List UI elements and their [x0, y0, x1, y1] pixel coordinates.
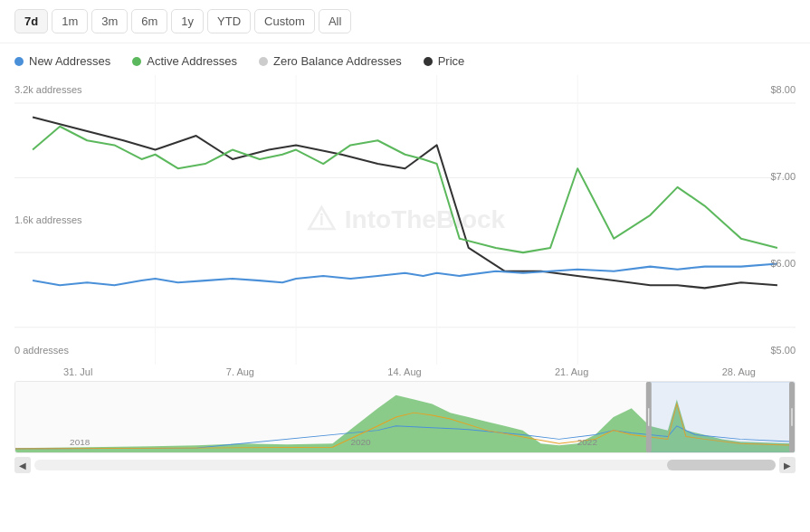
legend-dot-price — [424, 57, 433, 66]
y-left-top: 3.2k addresses — [14, 84, 82, 95]
legend-new-addresses: New Addresses — [14, 54, 110, 68]
scroll-track[interactable] — [34, 460, 776, 470]
btn-6m[interactable]: 6m — [131, 9, 167, 33]
legend-label-price: Price — [438, 54, 465, 68]
svg-text:2022: 2022 — [577, 437, 597, 447]
main-chart: 3.2k addresses 1.6k addresses 0 addresse… — [0, 75, 810, 365]
svg-text:2020: 2020 — [350, 437, 371, 447]
legend-active-addresses: Active Addresses — [132, 54, 237, 68]
y-axis-right: $8.00 $7.00 $6.00 $5.00 — [770, 75, 796, 365]
y-right-2: $7.00 — [770, 171, 796, 182]
btn-all[interactable]: All — [319, 9, 351, 33]
y-left-bot: 0 addresses — [14, 345, 82, 356]
btn-3m[interactable]: 3m — [91, 9, 128, 33]
chart-svg — [14, 75, 796, 365]
y-right-4: $5.00 — [770, 345, 796, 356]
scroll-left-btn[interactable]: ◀ — [14, 457, 31, 473]
x-label-3: 14. Aug — [387, 366, 421, 377]
mini-chart: 2018 2020 2022 — [14, 381, 796, 453]
scroll-right-btn[interactable]: ▶ — [779, 457, 796, 473]
btn-1m[interactable]: 1m — [52, 9, 88, 33]
x-label-4: 21. Aug — [555, 366, 588, 377]
y-left-mid: 1.6k addresses — [14, 214, 82, 225]
legend-dot-new — [14, 57, 24, 66]
btn-1y[interactable]: 1y — [171, 9, 204, 33]
svg-rect-15 — [650, 382, 795, 452]
scrollbar-area: ◀ ▶ — [0, 453, 810, 477]
svg-text:2018: 2018 — [70, 437, 91, 447]
y-right-3: $6.00 — [770, 258, 796, 269]
legend-label-new: New Addresses — [29, 54, 110, 68]
x-label-1: 31. Jul — [63, 366, 92, 377]
btn-custom[interactable]: Custom — [254, 9, 315, 33]
scroll-thumb[interactable] — [667, 460, 776, 470]
legend-label-active: Active Addresses — [147, 54, 237, 68]
y-right-1: $8.00 — [770, 84, 796, 95]
x-axis: 31. Jul 7. Aug 14. Aug 21. Aug 28. Aug — [0, 365, 810, 381]
legend-price: Price — [424, 54, 465, 68]
mini-chart-svg: 2018 2020 2022 — [15, 382, 795, 452]
chart-legend: New Addresses Active Addresses Zero Bala… — [0, 43, 810, 75]
x-label-2: 7. Aug — [226, 366, 254, 377]
x-label-5: 28. Aug — [722, 366, 756, 377]
y-axis-left: 3.2k addresses 1.6k addresses 0 addresse… — [14, 75, 82, 365]
legend-dot-zero — [259, 57, 268, 66]
legend-dot-active — [132, 57, 141, 66]
legend-label-zero: Zero Balance Addresses — [273, 54, 402, 68]
toolbar: 7d 1m 3m 6m 1y YTD Custom All — [0, 0, 810, 43]
btn-7d[interactable]: 7d — [14, 9, 48, 33]
btn-ytd[interactable]: YTD — [207, 9, 251, 33]
legend-zero-balance: Zero Balance Addresses — [259, 54, 402, 68]
